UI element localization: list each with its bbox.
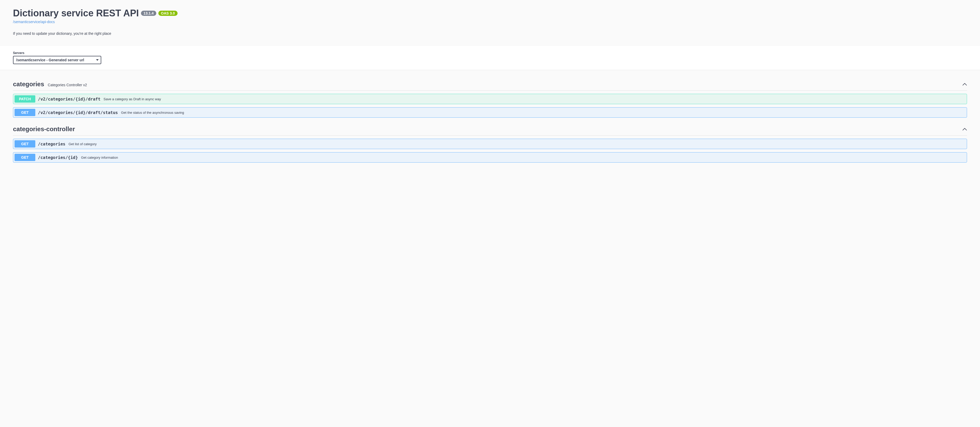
operation-summary: Get the status of the asynchronous savin…: [121, 111, 960, 115]
server-select[interactable]: /semanticservice - Generated server url: [13, 56, 101, 64]
version-badge: 13.1.4: [141, 11, 156, 16]
oas-badge: OAS 3.0: [158, 11, 178, 16]
servers-label: Servers: [13, 51, 967, 55]
chevron-down-icon: [960, 142, 966, 146]
operation-row[interactable]: GET /categories/{id} Get category inform…: [13, 152, 967, 163]
operation-summary: Save a category as Draft in async way: [103, 97, 960, 101]
tag-header-left: categories-controller: [13, 126, 79, 133]
api-docs-link[interactable]: /semanticservice/api-docs: [13, 20, 55, 24]
servers-section: Servers /semanticservice - Generated ser…: [0, 46, 980, 70]
tag-section-categories: categories Categories Controller v2 PATC…: [13, 78, 967, 118]
chevron-up-icon: [963, 127, 967, 131]
http-method-badge: GET: [14, 140, 35, 148]
operation-list: GET /categories Get list of category GET…: [13, 139, 967, 163]
http-method-badge: GET: [14, 154, 35, 161]
operation-path: /categories: [38, 142, 65, 147]
tag-name: categories-controller: [13, 126, 75, 133]
operation-path: /categories/{id}: [38, 155, 78, 160]
chevron-down-icon: [960, 110, 966, 115]
info-header: Dictionary service REST API 13.1.4 OAS 3…: [0, 0, 980, 46]
operation-summary: Get list of category: [68, 142, 960, 146]
tag-description: Categories Controller v2: [48, 83, 87, 87]
chevron-up-icon: [963, 82, 967, 86]
chevron-down-icon: [960, 97, 966, 101]
operation-row[interactable]: GET /v2/categories/{id}/draft/status Get…: [13, 107, 967, 118]
tag-name: categories: [13, 81, 44, 88]
http-method-badge: PATCH: [14, 95, 35, 103]
operation-row[interactable]: GET /categories Get list of category: [13, 139, 967, 149]
http-method-badge: GET: [14, 109, 35, 116]
operation-list: PATCH /v2/categories/{id}/draft Save a c…: [13, 94, 967, 118]
api-title: Dictionary service REST API: [13, 8, 139, 19]
operation-path: /v2/categories/{id}/draft/status: [38, 110, 118, 115]
tag-header[interactable]: categories Categories Controller v2: [13, 78, 967, 91]
tag-header[interactable]: categories-controller: [13, 123, 967, 135]
api-description: If you need to update your dictionary, y…: [13, 32, 967, 36]
operations-container: categories Categories Controller v2 PATC…: [0, 70, 980, 174]
tag-section-categories-controller: categories-controller GET /categories Ge…: [13, 123, 967, 163]
tag-header-left: categories Categories Controller v2: [13, 81, 87, 88]
operation-summary: Get category information: [81, 156, 960, 159]
title-row: Dictionary service REST API 13.1.4 OAS 3…: [13, 8, 967, 19]
operation-row[interactable]: PATCH /v2/categories/{id}/draft Save a c…: [13, 94, 967, 104]
server-select-wrap: /semanticservice - Generated server url: [13, 56, 101, 64]
operation-path: /v2/categories/{id}/draft: [38, 97, 100, 102]
chevron-down-icon: [960, 155, 966, 160]
